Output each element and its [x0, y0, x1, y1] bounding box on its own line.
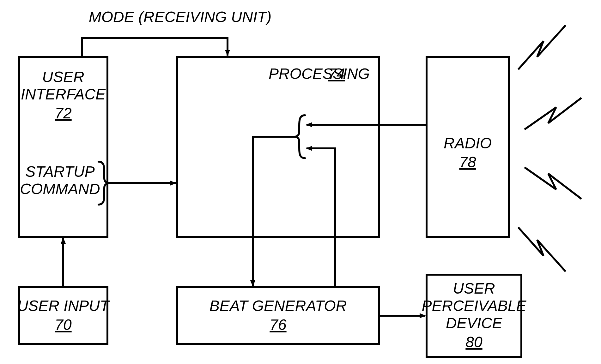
radio-bolt-1: [518, 25, 566, 69]
beat-generator-label: BEAT GENERATOR: [209, 297, 347, 314]
user-interface-label-1: USER: [42, 69, 84, 85]
startup-label-1: STARTUP: [25, 163, 95, 180]
user-perceivable-label-1: USER: [453, 280, 495, 297]
processing-label: PROCESSING: [269, 65, 370, 82]
radio-bolt-4: [518, 227, 566, 272]
mode-label: MODE (RECEIVING UNIT): [89, 9, 272, 25]
user-input-ref: 70: [55, 316, 72, 333]
beat-generator-ref: 76: [270, 316, 287, 333]
user-perceivable-label-2: PERCEIVABLE: [422, 297, 527, 314]
user-interface-label-2: INTERFACE: [21, 86, 106, 103]
radio-label: RADIO: [444, 135, 492, 152]
radio-ref: 78: [459, 154, 476, 170]
user-perceivable-ref: 80: [465, 334, 483, 350]
processing-ref: 74: [328, 65, 345, 82]
system-block-diagram: MODE (RECEIVING UNIT) USER INTERFACE 72 …: [0, 0, 601, 364]
user-perceivable-label-3: DEVICE: [446, 315, 503, 331]
radio-signal-bolts: [518, 25, 581, 272]
startup-label-2: COMMAND: [20, 181, 100, 197]
processing-box: [177, 57, 379, 237]
radio-bolt-2: [525, 98, 581, 129]
radio-bolt-3: [525, 167, 581, 199]
user-input-box: [19, 287, 107, 344]
user-interface-ref: 72: [55, 105, 71, 122]
beat-generator-box: [177, 287, 379, 344]
user-input-label: USER INPUT: [17, 297, 110, 314]
mode-arrow: [82, 38, 228, 57]
